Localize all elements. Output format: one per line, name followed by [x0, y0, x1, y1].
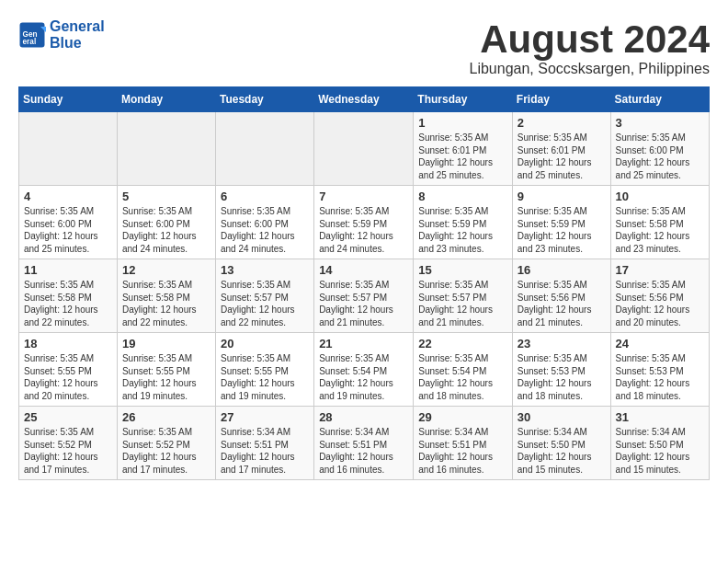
calendar-cell: 7Sunrise: 5:35 AM Sunset: 5:59 PM Daylig… [314, 186, 414, 259]
calendar-cell: 2Sunrise: 5:35 AM Sunset: 6:01 PM Daylig… [512, 112, 610, 186]
calendar-cell: 24Sunrise: 5:35 AM Sunset: 5:53 PM Dayli… [610, 333, 709, 407]
day-number: 29 [418, 410, 507, 424]
calendar-title: August 2024 [470, 18, 711, 61]
day-number: 11 [24, 263, 112, 277]
day-number: 21 [319, 337, 408, 350]
day-info: Sunrise: 5:35 AM Sunset: 5:56 PM Dayligh… [518, 279, 606, 328]
day-info: Sunrise: 5:35 AM Sunset: 5:53 PM Dayligh… [518, 352, 606, 402]
day-number: 10 [616, 190, 704, 203]
svg-text:eral: eral [23, 38, 37, 46]
calendar-cell: 18Sunrise: 5:35 AM Sunset: 5:55 PM Dayli… [19, 333, 118, 407]
week-row-1: 1Sunrise: 5:35 AM Sunset: 6:01 PM Daylig… [19, 112, 710, 186]
calendar-cell: 14Sunrise: 5:35 AM Sunset: 5:57 PM Dayli… [314, 259, 414, 333]
calendar-cell: 3Sunrise: 5:35 AM Sunset: 6:00 PM Daylig… [610, 112, 709, 186]
day-info: Sunrise: 5:35 AM Sunset: 5:55 PM Dayligh… [221, 352, 309, 402]
day-info: Sunrise: 5:35 AM Sunset: 5:52 PM Dayligh… [122, 426, 210, 476]
day-info: Sunrise: 5:35 AM Sunset: 6:01 PM Dayligh… [518, 132, 606, 181]
day-number: 20 [221, 337, 309, 350]
day-number: 31 [616, 410, 704, 424]
calendar-cell: 23Sunrise: 5:35 AM Sunset: 5:53 PM Dayli… [512, 333, 610, 407]
calendar-cell: 21Sunrise: 5:35 AM Sunset: 5:54 PM Dayli… [314, 333, 414, 407]
day-number: 13 [221, 263, 309, 277]
weekday-header-sunday: Sunday [19, 87, 118, 112]
day-number: 24 [616, 337, 704, 350]
day-info: Sunrise: 5:35 AM Sunset: 5:55 PM Dayligh… [122, 352, 210, 402]
calendar-cell: 9Sunrise: 5:35 AM Sunset: 5:59 PM Daylig… [512, 186, 610, 259]
day-number: 4 [24, 190, 112, 203]
week-row-4: 18Sunrise: 5:35 AM Sunset: 5:55 PM Dayli… [19, 333, 710, 407]
day-number: 5 [122, 190, 210, 203]
day-info: Sunrise: 5:35 AM Sunset: 5:58 PM Dayligh… [24, 279, 112, 328]
calendar-cell: 12Sunrise: 5:35 AM Sunset: 5:58 PM Dayli… [117, 259, 215, 333]
title-section: August 2024 Libungan, Soccsksargen, Phil… [470, 18, 711, 77]
calendar-cell: 15Sunrise: 5:35 AM Sunset: 5:57 PM Dayli… [414, 259, 513, 333]
day-number: 8 [418, 190, 507, 203]
weekday-header-wednesday: Wednesday [314, 87, 414, 112]
logo-icon: Gen eral [18, 21, 46, 49]
day-info: Sunrise: 5:34 AM Sunset: 5:50 PM Dayligh… [616, 426, 704, 476]
calendar-cell: 22Sunrise: 5:35 AM Sunset: 5:54 PM Dayli… [414, 333, 513, 407]
calendar-cell [314, 112, 414, 186]
day-info: Sunrise: 5:35 AM Sunset: 5:55 PM Dayligh… [24, 352, 112, 402]
day-number: 14 [319, 263, 408, 277]
day-info: Sunrise: 5:35 AM Sunset: 5:59 PM Dayligh… [418, 205, 507, 255]
day-info: Sunrise: 5:35 AM Sunset: 6:00 PM Dayligh… [616, 132, 704, 181]
day-number: 17 [616, 263, 704, 277]
logo: Gen eral General Blue [18, 18, 105, 52]
day-number: 6 [221, 190, 309, 203]
day-info: Sunrise: 5:35 AM Sunset: 5:54 PM Dayligh… [418, 352, 507, 402]
calendar-subtitle: Libungan, Soccsksargen, Philippines [470, 61, 711, 77]
calendar-cell: 19Sunrise: 5:35 AM Sunset: 5:55 PM Dayli… [117, 333, 215, 407]
day-number: 3 [616, 116, 704, 130]
calendar-cell: 4Sunrise: 5:35 AM Sunset: 6:00 PM Daylig… [19, 186, 118, 259]
calendar-cell: 10Sunrise: 5:35 AM Sunset: 5:58 PM Dayli… [610, 186, 709, 259]
day-info: Sunrise: 5:35 AM Sunset: 6:01 PM Dayligh… [418, 132, 507, 181]
weekday-header-saturday: Saturday [610, 87, 709, 112]
day-info: Sunrise: 5:35 AM Sunset: 5:56 PM Dayligh… [616, 279, 704, 328]
calendar-cell: 1Sunrise: 5:35 AM Sunset: 6:01 PM Daylig… [414, 112, 513, 186]
day-info: Sunrise: 5:35 AM Sunset: 5:58 PM Dayligh… [122, 279, 210, 328]
day-info: Sunrise: 5:34 AM Sunset: 5:51 PM Dayligh… [221, 426, 309, 476]
day-info: Sunrise: 5:35 AM Sunset: 5:53 PM Dayligh… [616, 352, 704, 402]
day-info: Sunrise: 5:35 AM Sunset: 6:00 PM Dayligh… [122, 205, 210, 255]
calendar-cell [19, 112, 118, 186]
calendar-cell: 20Sunrise: 5:35 AM Sunset: 5:55 PM Dayli… [215, 333, 313, 407]
calendar-table: SundayMondayTuesdayWednesdayThursdayFrid… [18, 86, 710, 480]
day-number: 25 [24, 410, 112, 424]
day-info: Sunrise: 5:35 AM Sunset: 5:57 PM Dayligh… [418, 279, 507, 328]
day-info: Sunrise: 5:35 AM Sunset: 5:52 PM Dayligh… [24, 426, 112, 476]
calendar-cell: 31Sunrise: 5:34 AM Sunset: 5:50 PM Dayli… [610, 407, 709, 480]
weekday-header-row: SundayMondayTuesdayWednesdayThursdayFrid… [19, 87, 710, 112]
day-info: Sunrise: 5:35 AM Sunset: 5:57 PM Dayligh… [221, 279, 309, 328]
day-info: Sunrise: 5:34 AM Sunset: 5:50 PM Dayligh… [518, 426, 606, 476]
calendar-cell: 30Sunrise: 5:34 AM Sunset: 5:50 PM Dayli… [512, 407, 610, 480]
calendar-cell: 17Sunrise: 5:35 AM Sunset: 5:56 PM Dayli… [610, 259, 709, 333]
day-info: Sunrise: 5:35 AM Sunset: 5:54 PM Dayligh… [319, 352, 408, 402]
weekday-header-tuesday: Tuesday [215, 87, 313, 112]
day-number: 2 [518, 116, 606, 130]
day-number: 27 [221, 410, 309, 424]
header: Gen eral General Blue August 2024 Libung… [18, 18, 710, 77]
day-info: Sunrise: 5:34 AM Sunset: 5:51 PM Dayligh… [418, 426, 507, 476]
day-info: Sunrise: 5:35 AM Sunset: 5:59 PM Dayligh… [518, 205, 606, 255]
calendar-cell: 13Sunrise: 5:35 AM Sunset: 5:57 PM Dayli… [215, 259, 313, 333]
week-row-5: 25Sunrise: 5:35 AM Sunset: 5:52 PM Dayli… [19, 407, 710, 480]
day-number: 22 [418, 337, 507, 350]
weekday-header-thursday: Thursday [414, 87, 513, 112]
day-info: Sunrise: 5:34 AM Sunset: 5:51 PM Dayligh… [319, 426, 408, 476]
logo-text: General Blue [50, 18, 105, 52]
calendar-cell: 28Sunrise: 5:34 AM Sunset: 5:51 PM Dayli… [314, 407, 414, 480]
calendar-cell: 11Sunrise: 5:35 AM Sunset: 5:58 PM Dayli… [19, 259, 118, 333]
calendar-cell: 27Sunrise: 5:34 AM Sunset: 5:51 PM Dayli… [215, 407, 313, 480]
calendar-cell: 26Sunrise: 5:35 AM Sunset: 5:52 PM Dayli… [117, 407, 215, 480]
day-number: 30 [518, 410, 606, 424]
day-number: 16 [518, 263, 606, 277]
weekday-header-friday: Friday [512, 87, 610, 112]
calendar-cell: 16Sunrise: 5:35 AM Sunset: 5:56 PM Dayli… [512, 259, 610, 333]
day-info: Sunrise: 5:35 AM Sunset: 5:59 PM Dayligh… [319, 205, 408, 255]
day-number: 19 [122, 337, 210, 350]
calendar-cell: 25Sunrise: 5:35 AM Sunset: 5:52 PM Dayli… [19, 407, 118, 480]
day-number: 18 [24, 337, 112, 350]
day-info: Sunrise: 5:35 AM Sunset: 6:00 PM Dayligh… [221, 205, 309, 255]
day-number: 26 [122, 410, 210, 424]
